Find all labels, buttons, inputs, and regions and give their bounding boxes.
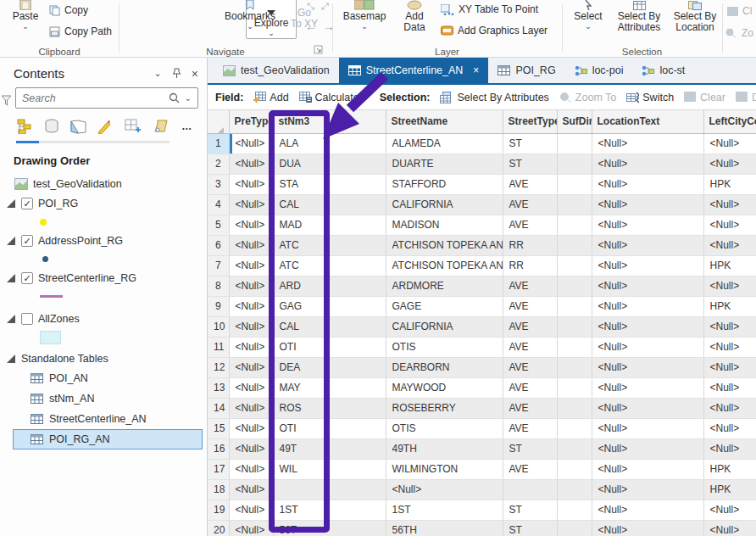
row-number-cell[interactable]: 12 — [208, 357, 229, 377]
table-cell[interactable]: HPK — [703, 296, 756, 316]
table-cell[interactable]: 1ST — [386, 500, 503, 520]
table-row[interactable]: 9<Null>GAGGAGEAVE<Null>HPK — [208, 296, 756, 316]
column-header-locationtext[interactable]: LocationText — [592, 110, 703, 133]
table-cell[interactable]: <Null> — [703, 316, 756, 337]
table-cell[interactable]: MADISON — [386, 215, 503, 235]
tab-close-icon[interactable]: × — [473, 64, 479, 76]
table-cell[interactable]: OTI — [273, 418, 386, 438]
xy-table-to-point-button[interactable]: XY Table To Point — [441, 3, 538, 15]
table-cell[interactable] — [557, 255, 592, 276]
table-cell[interactable]: ATC — [273, 235, 386, 255]
table-cell[interactable] — [557, 520, 592, 536]
table-cell[interactable]: <Null> — [229, 316, 273, 337]
table-cell[interactable]: AVE — [503, 337, 557, 357]
table-cell[interactable]: GAG — [273, 296, 386, 316]
expander-icon[interactable] — [7, 315, 15, 323]
point-halo-symbol[interactable] — [40, 219, 47, 226]
basemap-button[interactable]: Basemap ⌄ — [341, 0, 388, 30]
table-cell[interactable] — [557, 337, 592, 357]
polygon-symbol[interactable] — [40, 331, 61, 344]
filter-funnel-icon[interactable] — [1, 95, 12, 106]
table-cell[interactable]: CALIFORNIA — [386, 316, 503, 337]
table-cell[interactable] — [557, 398, 592, 418]
table-cell[interactable]: AVE — [503, 316, 557, 337]
tree-item-layer-poi-rg[interactable]: ✓ POI_RG — [0, 193, 207, 213]
table-cell[interactable] — [557, 479, 592, 500]
table-cell[interactable]: <Null> — [592, 133, 703, 154]
table-row[interactable]: 2<Null>DUADUARTEST<Null><Null> — [208, 154, 756, 174]
table-cell[interactable]: ATC — [273, 255, 386, 276]
tree-item-table-poi-rg-an[interactable]: POI_RG_AN — [13, 429, 203, 449]
tree-item-layer-addresspoint-rg[interactable]: ✓ AddressPoint_RG — [0, 231, 207, 250]
bookmarks-button[interactable]: Bookmarks ⌄ — [222, 0, 278, 30]
row-number-cell[interactable]: 14 — [208, 398, 229, 418]
table-cell[interactable]: <Null> — [592, 479, 703, 500]
table-cell[interactable]: <Null> — [592, 500, 703, 520]
table-cell[interactable] — [557, 316, 592, 337]
table-cell[interactable]: <Null> — [592, 357, 703, 377]
row-number-cell[interactable]: 10 — [208, 316, 229, 337]
table-cell[interactable]: HPK — [703, 174, 756, 194]
add-data-button[interactable]: Add Data — [393, 0, 436, 33]
table-cell[interactable]: 56TH — [386, 520, 503, 536]
table-cell[interactable]: <Null> — [703, 276, 756, 296]
expander-icon[interactable] — [7, 274, 15, 282]
table-cell[interactable]: <Null> — [229, 459, 273, 479]
table-cell[interactable]: ALAMEDA — [386, 133, 503, 154]
table-cell[interactable]: <Null> — [703, 398, 756, 418]
expander-icon[interactable] — [7, 237, 15, 245]
select-by-attributes-button[interactable]: Select By Attributes — [613, 0, 665, 33]
table-cell[interactable]: <Null> — [229, 377, 273, 398]
table-cell[interactable]: <Null> — [229, 418, 273, 438]
table-cell[interactable]: <Null> — [229, 296, 273, 316]
table-cell[interactable]: <Null> — [592, 438, 703, 459]
tree-item-table-streetcenterline-an[interactable]: StreetCenterline_AN — [0, 409, 207, 429]
row-number-cell[interactable]: 4 — [208, 194, 229, 215]
row-number-cell[interactable]: 19 — [208, 500, 229, 520]
zoom-to-button[interactable]: Zoom To — [559, 92, 616, 103]
tab-poi-rg[interactable]: POI_RG — [488, 58, 564, 83]
contents-more-icon[interactable]: … — [180, 118, 195, 135]
table-cell[interactable]: RR — [503, 255, 557, 276]
column-header-leftcityco[interactable]: LeftCityCo — [703, 110, 756, 133]
table-cell[interactable] — [557, 133, 592, 154]
table-cell[interactable]: AVE — [503, 398, 557, 418]
table-cell[interactable]: <Null> — [592, 296, 703, 316]
table-cell[interactable]: <Null> — [703, 418, 756, 438]
table-cell[interactable]: <Null> — [592, 377, 703, 398]
table-cell[interactable]: 56T — [273, 520, 386, 536]
table-row[interactable]: 13<Null>MAYMAYWOODAVE<Null><Null> — [208, 377, 756, 398]
switch-selection-button[interactable]: Switch — [626, 92, 674, 103]
table-row[interactable]: 18<Null><Null><Null>HPK — [208, 479, 756, 500]
table-row[interactable]: 4<Null>CALCALIFORNIAAVE<Null><Null> — [208, 194, 756, 215]
table-row[interactable]: 12<Null>DEADEARBORNAVE<Null><Null> — [208, 357, 756, 377]
table-cell[interactable]: CAL — [273, 316, 386, 337]
select-button[interactable]: Select ⌄ — [570, 0, 607, 30]
table-cell[interactable]: <Null> — [703, 215, 756, 235]
select-by-location-button[interactable]: Select By Location — [670, 0, 720, 33]
table-cell[interactable]: <Null> — [703, 357, 756, 377]
symbol-row[interactable] — [0, 288, 207, 305]
row-number-cell[interactable]: 8 — [208, 276, 229, 296]
list-by-labeling-icon[interactable] — [152, 118, 169, 135]
close-panel-icon[interactable]: × — [192, 67, 198, 81]
table-cell[interactable]: <Null> — [592, 174, 703, 194]
symbol-row[interactable] — [0, 250, 207, 268]
table-row[interactable]: 7<Null>ATCATCHISON TOPEKA AN...RR<Null>H… — [208, 255, 756, 276]
table-cell[interactable]: ATCHISON TOPEKA AN... — [386, 255, 503, 276]
layer-checkbox[interactable]: ✓ — [21, 272, 33, 284]
tree-item-layer-streetcenterline-rg[interactable]: ✓ StreetCenterline_RG — [0, 268, 207, 288]
table-cell[interactable]: AVE — [503, 194, 557, 215]
row-number-cell[interactable]: 11 — [208, 337, 229, 357]
table-cell[interactable]: OTI — [273, 337, 386, 357]
table-cell[interactable]: DUA — [273, 154, 386, 174]
table-cell[interactable]: <Null> — [703, 520, 756, 536]
table-cell[interactable]: DUARTE — [386, 154, 503, 174]
column-header-streetname[interactable]: StreetName — [386, 110, 503, 133]
table-cell[interactable]: <Null> — [592, 276, 703, 296]
table-cell[interactable]: <Null> — [703, 377, 756, 398]
pin-icon[interactable] — [172, 68, 181, 79]
table-cell[interactable]: 49T — [273, 438, 386, 459]
table-cell[interactable]: <Null> — [592, 459, 703, 479]
table-cell[interactable]: <Null> — [592, 418, 703, 438]
